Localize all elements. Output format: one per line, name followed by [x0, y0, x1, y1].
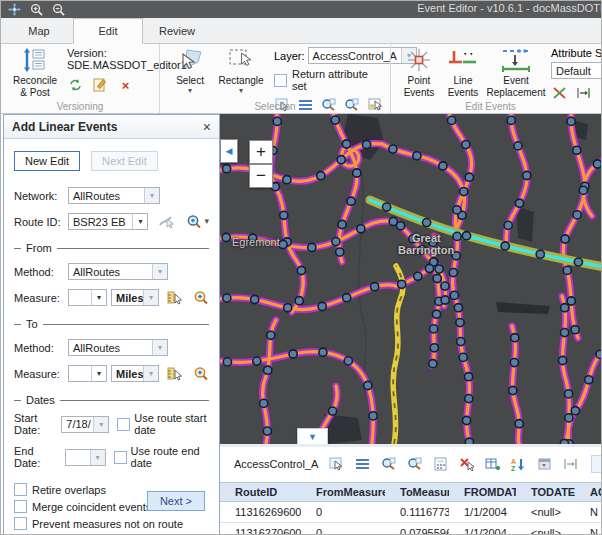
- next-button[interactable]: Next >: [147, 491, 205, 511]
- chevron-down-icon[interactable]: ▾: [132, 214, 147, 229]
- use-route-end-label: Use route end date: [131, 445, 209, 469]
- prevent-measures-checkbox[interactable]: [14, 517, 27, 530]
- offset-event-icon[interactable]: [575, 85, 592, 101]
- identify-icon[interactable]: [537, 456, 552, 472]
- chevron-down-icon[interactable]: ▾: [152, 340, 167, 355]
- pan-icon[interactable]: [7, 3, 21, 16]
- tab-edit[interactable]: Edit: [73, 18, 143, 44]
- route-id-dropdown[interactable]: BSR23 EB ▾: [68, 213, 148, 230]
- to-measure-dropdown[interactable]: ▾: [68, 365, 107, 382]
- to-section-label: To: [26, 318, 38, 330]
- prevent-measures-label: Prevent measures not on route: [32, 518, 183, 530]
- return-attribute-set-label: Return attribute set: [292, 68, 384, 92]
- column-header[interactable]: ToMeasure: [385, 483, 449, 501]
- attribute-set-dropdown[interactable]: Default ▾: [551, 62, 602, 79]
- group-versioning: Reconcile & Post Version: SDE.MASSDOT_ed…: [1, 44, 159, 113]
- to-units-dropdown[interactable]: Miles ▾: [111, 365, 159, 382]
- end-date-field[interactable]: ▾: [65, 449, 106, 466]
- from-method-dropdown[interactable]: AllRoutes ▾: [68, 263, 168, 280]
- table-cell: 0.0795596: [385, 523, 449, 535]
- attribute-list-icon[interactable]: [355, 456, 370, 472]
- event-replacement-button[interactable]: Event Replacement: [487, 47, 545, 98]
- rectangle-select-button[interactable]: Rectangle ▾: [216, 47, 266, 95]
- tab-map[interactable]: Map: [5, 18, 73, 43]
- ribbon: Reconcile & Post Version: SDE.MASSDOT_ed…: [1, 44, 602, 114]
- rectangle-select-icon: [228, 47, 254, 73]
- from-measure-label: Measure:: [14, 292, 64, 304]
- map-zoom-out-button[interactable]: −: [249, 164, 273, 188]
- zoom-out-icon[interactable]: [51, 3, 65, 16]
- chevron-down-icon[interactable]: ▾: [143, 366, 158, 381]
- pan-to-selection-icon[interactable]: [407, 456, 422, 472]
- use-route-start-label: Use route start date: [134, 412, 209, 436]
- from-method-value: AllRoutes: [69, 266, 152, 278]
- point-events-button[interactable]: Point Events: [399, 47, 439, 98]
- dates-section-label: Dates: [26, 394, 55, 406]
- column-header[interactable]: AC: [575, 483, 602, 501]
- retire-overlaps-checkbox[interactable]: [14, 483, 27, 496]
- column-header[interactable]: FromMeasure: [301, 483, 385, 501]
- collapse-table-tab[interactable]: ▼: [297, 428, 328, 444]
- new-version-icon[interactable]: [92, 77, 109, 93]
- column-header[interactable]: RouteID: [220, 483, 301, 501]
- route-picker-icon[interactable]: [158, 214, 174, 230]
- line-events-icon: [448, 47, 478, 73]
- event-editor-window: Event Editor - v10.6.1 - docMassDOTN Map…: [0, 0, 602, 535]
- map-canvas[interactable]: Egremont Great Barrington ◀ + − ▼: [220, 114, 602, 444]
- close-icon[interactable]: ×: [203, 119, 211, 135]
- zoom-measure-icon[interactable]: [193, 290, 209, 306]
- select-features-icon[interactable]: [329, 456, 344, 472]
- use-route-start-checkbox[interactable]: [117, 418, 130, 431]
- line-events-button[interactable]: Line Events: [443, 47, 483, 98]
- zoom-measure-icon[interactable]: [193, 366, 209, 382]
- delete-version-icon[interactable]: ×: [117, 77, 134, 93]
- chevron-down-icon[interactable]: ▾: [91, 366, 106, 381]
- add-record-icon[interactable]: [485, 456, 500, 472]
- version-label: Version:: [67, 47, 153, 59]
- collapse-panel-button[interactable]: ◀: [220, 139, 238, 163]
- chevron-down-icon[interactable]: ▾: [144, 188, 159, 203]
- measure-picker-icon[interactable]: [167, 366, 183, 382]
- table-cell: N: [575, 502, 602, 522]
- map-zoom-in-button[interactable]: +: [249, 140, 273, 164]
- version-value: SDE.MASSDOT_editor1: [67, 59, 153, 71]
- from-measure-dropdown[interactable]: ▾: [68, 289, 107, 306]
- to-method-dropdown[interactable]: AllRoutes ▾: [68, 339, 168, 356]
- clear-selection-icon[interactable]: [459, 456, 474, 472]
- column-header[interactable]: FROMDATE: [449, 483, 516, 501]
- attribute-set-label: Attribute Set:: [551, 47, 602, 59]
- zoom-route-button[interactable]: ▾: [186, 214, 209, 229]
- split-event-icon[interactable]: [551, 85, 568, 101]
- calculator-icon[interactable]: [433, 456, 448, 472]
- next-edit-button[interactable]: Next Edit: [91, 151, 158, 171]
- table-row[interactable]: 11316269600 0 0.1116773 1/1/2004 <null> …: [220, 502, 602, 523]
- from-units-dropdown[interactable]: Miles ▾: [111, 289, 159, 306]
- chevron-down-icon[interactable]: ▾: [93, 417, 108, 432]
- table-cell: N: [575, 523, 602, 535]
- svg-text:A: A: [511, 458, 516, 465]
- use-route-end-checkbox[interactable]: [114, 451, 127, 464]
- refresh-version-icon[interactable]: [67, 77, 84, 93]
- chevron-down-icon[interactable]: ▾: [143, 290, 158, 305]
- sort-icon[interactable]: AZ: [511, 456, 526, 472]
- offset-event-icon[interactable]: [563, 456, 578, 472]
- network-value: AllRoutes: [69, 190, 144, 202]
- reconcile-post-button[interactable]: Reconcile & Post: [9, 47, 61, 98]
- return-attribute-set-checkbox[interactable]: [274, 74, 287, 87]
- point-events-icon: [406, 47, 432, 73]
- tab-review[interactable]: Review: [143, 18, 211, 43]
- chevron-down-icon[interactable]: ▾: [152, 264, 167, 279]
- measure-picker-icon[interactable]: [167, 290, 183, 306]
- save-button[interactable]: S: [591, 455, 602, 473]
- merge-coincident-checkbox[interactable]: [14, 500, 27, 513]
- select-button[interactable]: Select ▾: [168, 47, 212, 95]
- zoom-in-icon[interactable]: [29, 3, 43, 16]
- start-date-field[interactable]: 7/18/ ▾: [61, 416, 109, 433]
- table-row[interactable]: 11316270600 0 0.0795596 1/1/2004 <null> …: [220, 523, 602, 535]
- chevron-down-icon[interactable]: ▾: [90, 450, 105, 465]
- column-header[interactable]: TODATE: [516, 483, 575, 501]
- zoom-to-selection-icon[interactable]: [381, 456, 396, 472]
- chevron-down-icon[interactable]: ▾: [91, 290, 106, 305]
- new-edit-button[interactable]: New Edit: [14, 151, 80, 171]
- network-dropdown[interactable]: AllRoutes ▾: [68, 187, 160, 204]
